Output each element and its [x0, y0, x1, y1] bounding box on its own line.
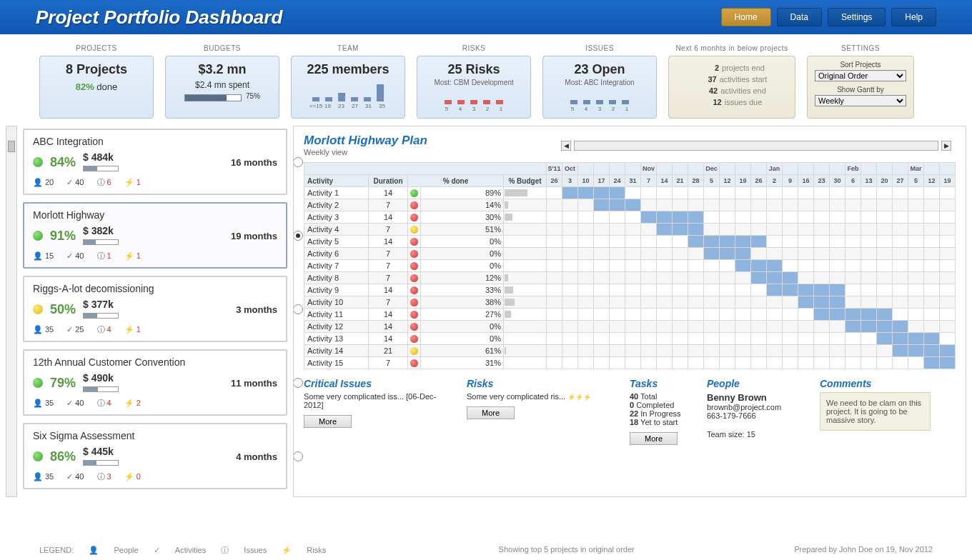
- people-icon: 👤: [89, 546, 101, 554]
- footer: LEGEND: 👤 People ✓ Activities ⓘ Issues ⚡…: [0, 545, 972, 556]
- status-dot: [33, 451, 43, 461]
- people-heading: People: [707, 378, 807, 389]
- risk-icon: ⚡⚡⚡: [567, 394, 591, 401]
- info-icon: ⓘ: [97, 251, 105, 260]
- info-icon: ⓘ: [221, 546, 231, 554]
- nav-buttons: Home Data Settings Help: [721, 8, 936, 26]
- info-icon: ⓘ: [97, 325, 105, 334]
- header: Project Portfolio Dashboard Home Data Se…: [0, 0, 972, 34]
- comments-box: We need to be clam on this project. It i…: [820, 392, 931, 431]
- bolt-icon: ⚡: [124, 251, 134, 260]
- gantt-table: S'11OctNovDecJanFebMarActivityDuration% …: [304, 162, 956, 369]
- project-name: 12th Annual Customer Convention: [33, 356, 277, 368]
- gantt-select[interactable]: Weekly: [815, 95, 906, 106]
- bolt-icon: ⚡: [282, 546, 294, 554]
- nav-help[interactable]: Help: [891, 8, 936, 26]
- detail-bottom: Critical Issues Some very complicated is…: [304, 378, 956, 445]
- issues-label: ISSUES: [542, 44, 657, 52]
- project-name: Morlott Highway: [33, 209, 277, 221]
- main-area: ABC Integration 84% $ 484k 16 months 👤20…: [0, 126, 972, 497]
- project-name: Six Sigma Assessment: [33, 430, 277, 441]
- check-icon: ✓: [66, 399, 73, 407]
- check-icon: ✓: [154, 546, 162, 554]
- risks-card[interactable]: 25 Risks Most: CBM Development 54321: [417, 56, 531, 119]
- upcoming-label: Next 6 monhts in below projects: [668, 44, 795, 52]
- people-icon: 👤: [33, 399, 43, 407]
- projects-card[interactable]: 8 Projects 82% done: [39, 56, 154, 119]
- legend: LEGEND: 👤 People ✓ Activities ⓘ Issues ⚡…: [39, 545, 339, 556]
- projects-label: PROJECTS: [39, 44, 154, 52]
- team-card[interactable]: 225 members <=151923273135: [291, 56, 405, 119]
- project-name: ABC Integration: [33, 136, 277, 147]
- team-label: TEAM: [291, 44, 405, 52]
- status-dot: [33, 378, 43, 388]
- project-list: ABC Integration 84% $ 484k 16 months 👤20…: [23, 126, 287, 497]
- project-card[interactable]: ABC Integration 84% $ 484k 16 months 👤20…: [23, 129, 287, 195]
- tasks-more[interactable]: More: [630, 432, 678, 445]
- risks-heading: Risks: [467, 378, 617, 389]
- scroll-right-icon[interactable]: ▶: [941, 141, 951, 151]
- budgets-label: BUDGETS: [165, 44, 279, 52]
- page-title: Project Portfolio Dashboard: [36, 6, 282, 29]
- risks-label: RISKS: [417, 44, 531, 52]
- people-icon: 👤: [33, 178, 43, 186]
- settings-card: Sort Projects Original Order Show Gantt …: [807, 56, 914, 119]
- footer-right: Prepared by John Doe on 19, Nov 2012: [794, 545, 933, 556]
- footer-center: Showing top 5 projects in original order: [499, 545, 635, 556]
- issues-card[interactable]: 23 Open Most: ABC Integration 54321: [542, 56, 657, 119]
- tasks-heading: Tasks: [630, 378, 694, 389]
- bolt-icon: ⚡: [124, 399, 134, 407]
- upcoming-card: 2projects end37activities start42activit…: [668, 56, 795, 119]
- status-dot: [33, 231, 43, 241]
- project-name: Riggs-A-lot decomissioning: [33, 283, 277, 294]
- people-icon: 👤: [33, 251, 43, 260]
- project-card[interactable]: Six Sigma Assessment 86% $ 445k 4 months…: [23, 423, 287, 489]
- scroll-left-icon[interactable]: ◀: [561, 141, 571, 151]
- comments-heading: Comments: [820, 378, 931, 389]
- status-dot: [33, 157, 43, 167]
- info-icon: ⓘ: [97, 178, 105, 186]
- scrollbar-left[interactable]: [6, 126, 17, 497]
- check-icon: ✓: [66, 472, 73, 481]
- status-dot: [33, 304, 43, 314]
- check-icon: ✓: [66, 325, 73, 334]
- issues-more[interactable]: More: [304, 415, 352, 428]
- budgets-card[interactable]: $3.2 mn $2.4 mn spent 75%: [165, 56, 279, 119]
- detail-pane: Morlott Highway Plan Weekly view ◀▶ S'11…: [293, 126, 966, 497]
- project-card[interactable]: 12th Annual Customer Convention 79% $ 49…: [23, 349, 287, 416]
- risks-more[interactable]: More: [467, 406, 515, 419]
- info-icon: ⓘ: [97, 399, 105, 407]
- sort-select[interactable]: Original Order: [815, 70, 906, 81]
- bolt-icon: ⚡: [124, 178, 134, 186]
- settings-label: SETTINGS: [807, 44, 914, 52]
- issues-heading: Critical Issues: [304, 378, 454, 389]
- people-icon: 👤: [33, 472, 43, 481]
- check-icon: ✓: [66, 178, 73, 186]
- nav-settings[interactable]: Settings: [828, 8, 886, 26]
- nav-data[interactable]: Data: [777, 8, 822, 26]
- project-card[interactable]: Riggs-A-lot decomissioning 50% $ 377k 3 …: [23, 276, 287, 342]
- nav-home[interactable]: Home: [721, 8, 771, 26]
- bolt-icon: ⚡: [124, 472, 134, 481]
- people-icon: 👤: [33, 325, 43, 334]
- gantt-scroll[interactable]: ◀▶: [561, 141, 951, 151]
- check-icon: ✓: [66, 251, 73, 260]
- info-icon: ⓘ: [97, 472, 105, 481]
- bolt-icon: ⚡: [124, 325, 134, 334]
- summary-cards: PROJECTS 8 Projects 82% done BUDGETS $3.…: [0, 34, 972, 126]
- project-card[interactable]: Morlott Highway 91% $ 382k 19 months 👤15…: [23, 202, 287, 269]
